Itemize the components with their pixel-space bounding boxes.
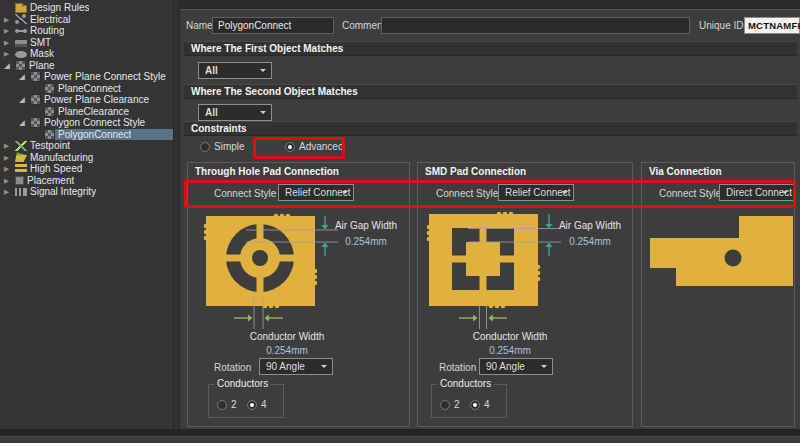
tree-item-body: PlaneConnect [44, 83, 173, 95]
air-gap-width-value: 0.254mm [326, 236, 406, 247]
tree-item-polygonconnect[interactable]: PolygonConnect [0, 129, 173, 141]
tree-item-body: PolygonConnect [44, 129, 173, 141]
conductors-2-radio[interactable] [217, 400, 227, 410]
advanced-radio[interactable] [285, 142, 295, 152]
conductors-label: Conductors [437, 378, 494, 389]
expander-collapsed-icon[interactable]: ▶ [4, 163, 15, 174]
tree-item-body: PlaneClearance [44, 106, 173, 118]
rule-icon [30, 71, 41, 82]
unique-id-field[interactable]: MCTNAMFK [744, 17, 800, 34]
tree-item-label: Plane [29, 60, 55, 71]
conductors-2-label: 2 [231, 399, 237, 410]
tree-item-placement[interactable]: ▶Placement [0, 175, 173, 187]
first-match-select[interactable]: All [198, 62, 272, 79]
conductors-4-radio[interactable] [247, 400, 257, 410]
tree-item-body: Polygon Connect Style [30, 117, 173, 129]
tree-item-power-plane-clearance[interactable]: ◢Power Plane Clearance [0, 94, 173, 106]
advanced-radio-label: Advanced [299, 141, 343, 152]
expander-expanded-icon[interactable]: ◢ [19, 94, 30, 105]
conductors-2-radio[interactable] [440, 400, 450, 410]
tree-item-design-rules[interactable]: Design Rules [0, 2, 173, 14]
advanced-radio-row: Advanced [285, 141, 343, 152]
second-match-select[interactable]: All [198, 104, 272, 121]
tree-item-plane[interactable]: ◢Plane [0, 60, 173, 72]
rotation-select[interactable]: 90 Angle [259, 358, 333, 375]
panel-splitter[interactable] [173, 0, 180, 429]
signalintegrity-icon [15, 188, 27, 196]
placement-icon [15, 176, 24, 185]
air-gap-width-label: Air Gap Width [549, 220, 631, 231]
tree-item-electrical[interactable]: ▶Electrical [0, 14, 173, 26]
expander-collapsed-icon[interactable]: ▶ [4, 48, 15, 59]
electrical-icon [15, 14, 27, 24]
tree-item-label: Signal Integrity [30, 186, 96, 197]
air-gap-width-label: Air Gap Width [326, 220, 406, 231]
rotation-select[interactable]: 90 Angle [479, 358, 553, 375]
tree-item-planeclearance[interactable]: PlaneClearance [0, 106, 173, 118]
rules-tree: Design Rules▶Electrical▶Routing▶SMT▶Mask… [0, 0, 173, 429]
tree-item-planeconnect[interactable]: PlaneConnect [0, 83, 173, 95]
rule-icon [30, 117, 41, 128]
tree-item-routing[interactable]: ▶Routing [0, 25, 173, 37]
testpoint-icon [15, 141, 27, 151]
conductors-4-row: 4 [247, 399, 267, 410]
expander-collapsed-icon[interactable]: ▶ [4, 152, 15, 163]
conductors-2-label: 2 [454, 399, 460, 410]
tree-item-label: Electrical [30, 14, 71, 25]
expander-collapsed-icon[interactable]: ▶ [4, 37, 15, 48]
conductors-label: Conductors [214, 378, 271, 389]
tree-item-label: Power Plane Clearance [44, 94, 149, 105]
rule-icon [44, 83, 55, 94]
expander-collapsed-icon[interactable]: ▶ [4, 14, 15, 25]
name-input[interactable]: PolygonConnect [212, 17, 334, 34]
expander-collapsed-icon[interactable]: ▶ [4, 186, 15, 197]
tree-item-signal-integrity[interactable]: ▶Signal Integrity [0, 186, 173, 198]
second-match-value: All [205, 107, 218, 118]
tree-item-body: Design Rules [15, 2, 173, 14]
highspeed-icon [15, 164, 27, 174]
tree-item-body: Power Plane Connect Style [30, 71, 173, 83]
conductors-group: Conductors 2 4 [431, 384, 507, 418]
tree-indent [0, 88, 33, 89]
mask-icon [15, 51, 27, 58]
tree-indent [0, 99, 19, 100]
expander-expanded-icon[interactable]: ◢ [19, 71, 30, 82]
tree-item-power-plane-connect-style[interactable]: ◢Power Plane Connect Style [0, 71, 173, 83]
tree-item-label: PlaneClearance [58, 106, 129, 117]
comment-input[interactable] [381, 17, 690, 34]
simple-radio[interactable] [200, 142, 210, 152]
tree-item-body: Testpoint [15, 140, 173, 152]
tree-indent [0, 76, 19, 77]
smt-icon [15, 40, 27, 47]
conductors-2-row: 2 [217, 399, 237, 410]
tree-item-body: Electrical [15, 14, 173, 26]
tree-item-high-speed[interactable]: ▶High Speed [0, 163, 173, 175]
expander-expanded-icon[interactable]: ◢ [19, 117, 30, 128]
tree-item-body: Routing [15, 25, 173, 37]
tree-item-manufacturing[interactable]: ▶Manufacturing [0, 152, 173, 164]
tree-item-testpoint[interactable]: ▶Testpoint [0, 140, 173, 152]
conductors-group: Conductors 2 4 [208, 384, 284, 418]
rule-icon [44, 129, 55, 140]
expander-collapsed-icon[interactable]: ▶ [4, 140, 15, 151]
tree-item-body: Plane [15, 60, 173, 72]
tree-item-smt[interactable]: ▶SMT [0, 37, 173, 49]
plane-icon [15, 60, 26, 71]
comment-label: Comment [342, 20, 385, 31]
conductors-4-label: 4 [261, 399, 267, 410]
tree-item-polygon-connect-style[interactable]: ◢Polygon Connect Style [0, 117, 173, 129]
expander-expanded-icon[interactable]: ◢ [4, 60, 15, 71]
tree-indent [0, 122, 19, 123]
expander-collapsed-icon[interactable]: ▶ [4, 25, 15, 36]
routing-icon [15, 26, 27, 36]
via-connection-group: Via Connection Connect Style Direct Conn… [641, 162, 795, 427]
expander-collapsed-icon[interactable]: ▶ [4, 175, 15, 186]
design-rules-dialog: Design Rules▶Electrical▶Routing▶SMT▶Mask… [0, 0, 800, 443]
folder-icon [15, 5, 27, 13]
conductors-4-radio[interactable] [470, 400, 480, 410]
second-object-matches-header: Where The Second Object Matches [184, 84, 797, 99]
conductor-width-label: Conductor Width [451, 331, 569, 342]
conductor-width-value: 0.254mm [228, 345, 346, 356]
tree-item-mask[interactable]: ▶Mask [0, 48, 173, 60]
conductors-4-label: 4 [484, 399, 490, 410]
